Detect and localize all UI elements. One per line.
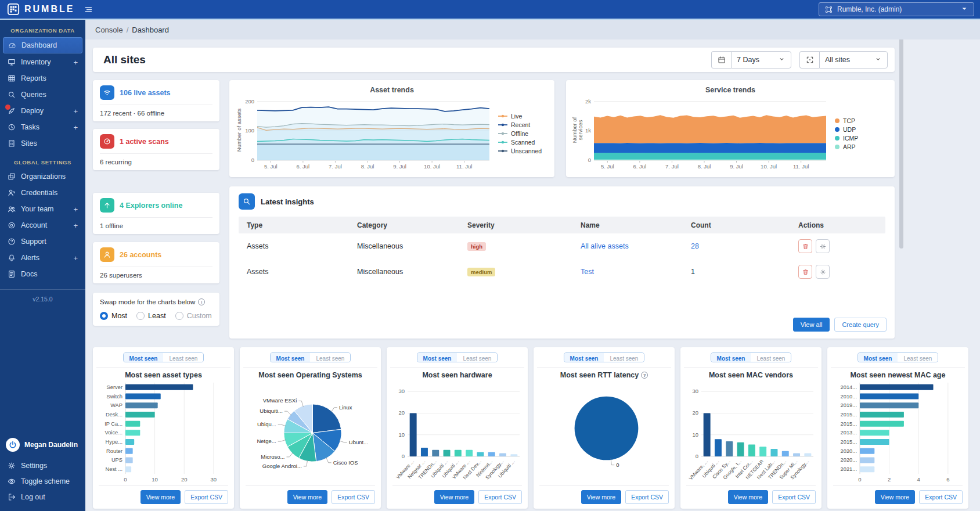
chart-title: Most seen asset types — [125, 371, 202, 379]
expand-plus-icon[interactable]: + — [73, 254, 80, 262]
view-more-button[interactable]: View more — [140, 490, 181, 504]
breadcrumb-console[interactable]: Console — [95, 26, 123, 34]
sidebar-item-log-out[interactable]: Log out — [3, 490, 82, 505]
cell-count: 1 — [691, 268, 798, 276]
sidebar-item-credentials[interactable]: Credentials — [3, 185, 82, 200]
configure-button[interactable] — [816, 239, 830, 253]
gear-icon — [7, 461, 16, 470]
most-seen-button[interactable]: Most seen — [711, 353, 751, 362]
legend-item-tcp[interactable]: TCP — [834, 117, 889, 124]
delete-button[interactable] — [798, 265, 812, 279]
svg-text:UPS: UPS — [111, 457, 123, 463]
least-seen-button[interactable]: Least seen — [604, 353, 644, 362]
export-csv-button[interactable]: Export CSV — [478, 490, 522, 504]
view-more-button[interactable]: View more — [581, 490, 621, 504]
legend-item-offline[interactable]: Offline — [498, 130, 549, 137]
calendar-icon[interactable] — [711, 51, 731, 69]
expand-plus-icon[interactable]: + — [73, 205, 80, 214]
radio-dot[interactable] — [100, 312, 108, 320]
view-all-button[interactable]: View all — [793, 318, 830, 332]
sidebar-item-organizations[interactable]: Organizations — [3, 169, 82, 184]
sidebar-item-settings[interactable]: Settings — [3, 458, 82, 473]
radio-dot[interactable] — [175, 312, 183, 320]
view-more-button[interactable]: View more — [287, 490, 327, 504]
view-more-button[interactable]: View more — [728, 490, 768, 504]
stat-title-link[interactable]: 1 active scans — [120, 138, 169, 146]
sidebar-item-your-team[interactable]: Your team+ — [3, 201, 82, 217]
sites-select[interactable]: All sites — [819, 51, 888, 69]
sidebar-item-deploy[interactable]: Deploy+ — [3, 103, 82, 118]
view-more-button[interactable]: View more — [875, 490, 915, 504]
legend-item-scanned[interactable]: Scanned — [498, 139, 549, 146]
legend-item-recent[interactable]: Recent — [498, 121, 549, 128]
sidebar-item-toggle-scheme[interactable]: Toggle scheme — [3, 474, 82, 489]
least-seen-button[interactable]: Least seen — [163, 353, 203, 362]
most-seen-button[interactable]: Most seen — [564, 353, 604, 362]
date-range-select[interactable]: 7 Days — [731, 51, 791, 69]
user-menu[interactable]: Megan Daudelin — [0, 434, 85, 458]
sidebar-item-account[interactable]: Account+ — [3, 218, 82, 233]
sidebar-item-docs[interactable]: Docs — [3, 267, 82, 282]
radio-dot[interactable] — [136, 312, 145, 320]
sidebar-item-inventory[interactable]: Inventory+ — [3, 55, 82, 70]
sidebar-item-queries[interactable]: Queries — [3, 87, 82, 102]
most-seen-button[interactable]: Most seen — [858, 353, 898, 362]
most-seen-button[interactable]: Most seen — [124, 353, 164, 362]
brand[interactable]: RUMBLE — [7, 3, 74, 16]
least-seen-button[interactable]: Least seen — [310, 353, 350, 362]
delete-button[interactable] — [798, 239, 812, 253]
export-csv-button[interactable]: Export CSV — [772, 490, 816, 504]
radio-custom[interactable]: Custom — [175, 312, 212, 320]
radio-most[interactable]: Most — [100, 312, 127, 320]
organization-select[interactable]: Rumble, Inc. (admin) — [819, 2, 974, 16]
sidebar-item-support[interactable]: Support — [3, 234, 82, 249]
sidebar-item-tasks[interactable]: Tasks+ — [3, 120, 82, 135]
export-csv-button[interactable]: Export CSV — [185, 490, 228, 504]
legend-item-unscanned[interactable]: Unscanned — [498, 147, 549, 154]
sidebar-item-alerts[interactable]: Alerts+ — [3, 250, 82, 265]
export-csv-button[interactable]: Export CSV — [919, 490, 963, 504]
stat-card-26-accounts: 26 accounts26 superusers — [93, 242, 219, 283]
sidebar-item-dashboard[interactable]: Dashboard — [3, 37, 82, 53]
legend-item-live[interactable]: Live — [498, 113, 549, 120]
expand-plus-icon[interactable]: + — [73, 58, 80, 67]
insight-name-link[interactable]: Test — [581, 268, 691, 276]
sidebar-item-sites[interactable]: Sites — [3, 136, 82, 151]
stat-title-link[interactable]: 106 live assets — [120, 89, 171, 97]
least-seen-button[interactable]: Least seen — [457, 353, 497, 362]
stat-title-link[interactable]: 26 accounts — [120, 251, 161, 259]
latest-insights-card: Latest insights TypeCategorySeverityName… — [229, 186, 895, 339]
svg-text:2: 2 — [888, 476, 891, 483]
configure-button[interactable] — [816, 265, 830, 279]
sidebar-collapse-icon[interactable] — [84, 4, 95, 15]
cell-type: Assets — [247, 268, 357, 276]
svg-text:6. Jul: 6. Jul — [297, 163, 310, 170]
legend-item-icmp[interactable]: ICMP — [834, 135, 889, 142]
cell-count[interactable]: 28 — [691, 242, 798, 250]
create-query-button[interactable]: Create query — [834, 318, 887, 332]
least-seen-button[interactable]: Least seen — [751, 353, 791, 362]
expand-plus-icon[interactable]: + — [73, 123, 80, 132]
stat-title-link[interactable]: 4 Explorers online — [120, 201, 182, 210]
legend-item-udp[interactable]: UDP — [834, 126, 889, 133]
seen-toggle: Most seenLeast seen — [123, 352, 204, 362]
sites-select-value: All sites — [825, 56, 850, 64]
most-seen-button[interactable]: Most seen — [271, 353, 311, 362]
view-more-button[interactable]: View more — [434, 490, 474, 504]
sidebar-item-reports[interactable]: Reports — [3, 71, 82, 86]
legend-item-arp[interactable]: ARP — [834, 143, 889, 150]
expand-plus-icon[interactable]: + — [73, 221, 80, 230]
svg-text:Cisco IOS: Cisco IOS — [333, 459, 358, 466]
most-seen-button[interactable]: Most seen — [417, 353, 457, 362]
svg-text:8. Jul: 8. Jul — [698, 163, 711, 170]
scrollbar-thumb[interactable] — [899, 28, 903, 249]
radio-least[interactable]: Least — [136, 312, 166, 320]
expand-plus-icon[interactable]: + — [73, 107, 80, 116]
sites-icon[interactable] — [799, 51, 819, 69]
mac_vendors-chart: 0102030VMware, ...Ubiquiti ...Cisco Sy..… — [686, 380, 816, 485]
help-icon[interactable]: ? — [641, 372, 648, 379]
insight-name-link[interactable]: All alive assets — [581, 242, 691, 250]
least-seen-button[interactable]: Least seen — [898, 353, 938, 362]
export-csv-button[interactable]: Export CSV — [625, 490, 669, 504]
export-csv-button[interactable]: Export CSV — [332, 490, 375, 504]
